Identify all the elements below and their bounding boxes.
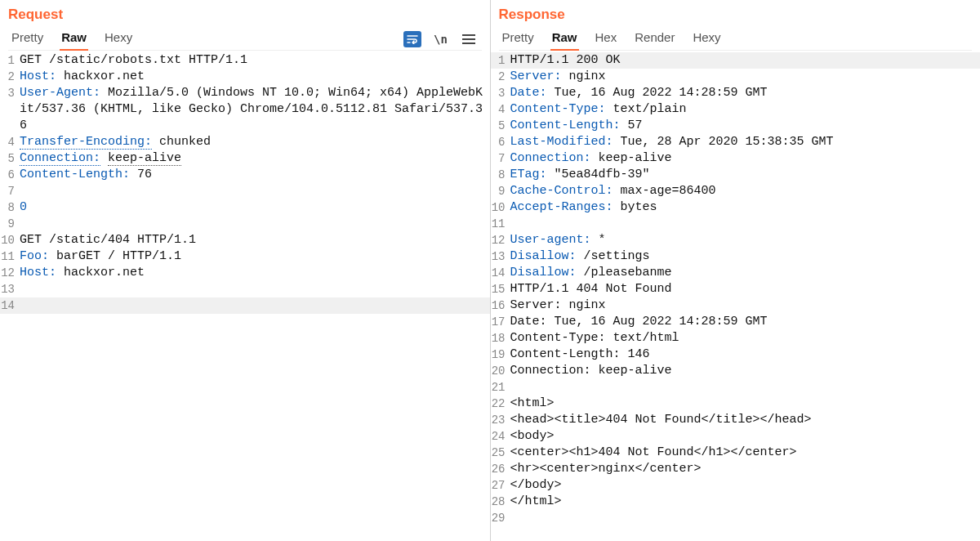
- code-content[interactable]: </body>: [510, 477, 981, 494]
- code-line[interactable]: 9Cache-Control: max-age=86400: [491, 183, 981, 199]
- code-line[interactable]: 25<center><h1>404 Not Found</h1></center…: [491, 445, 981, 461]
- code-line[interactable]: 14Disallow: /pleasebanme: [491, 265, 981, 281]
- code-content[interactable]: Date: Tue, 16 Aug 2022 14:28:59 GMT: [510, 85, 981, 101]
- code-content[interactable]: Host: hackxor.net: [20, 69, 490, 85]
- code-content[interactable]: GET /static/404 HTTP/1.1: [20, 232, 490, 248]
- code-line[interactable]: 6Content-Length: 76: [0, 167, 490, 183]
- code-line[interactable]: 16Server: nginx: [491, 297, 981, 314]
- code-content[interactable]: Connection: keep-alive: [510, 363, 981, 379]
- code-content[interactable]: </html>: [510, 494, 981, 510]
- code-content[interactable]: <hr><center>nginx</center>: [510, 461, 981, 477]
- code-content[interactable]: HTTP/1.1 404 Not Found: [510, 281, 981, 297]
- code-line[interactable]: 4Content-Type: text/plain: [491, 101, 981, 118]
- code-content[interactable]: User-Agent: Mozilla/5.0 (Windows NT 10.0…: [20, 85, 490, 134]
- code-line[interactable]: 10Accept-Ranges: bytes: [491, 199, 981, 216]
- code-line[interactable]: 15HTTP/1.1 404 Not Found: [491, 281, 981, 297]
- code-line[interactable]: 12Host: hackxor.net: [0, 265, 490, 281]
- code-content[interactable]: Disallow: /settings: [510, 248, 981, 265]
- tab-hexy[interactable]: Hexy: [103, 29, 134, 49]
- code-line[interactable]: 2Server: nginx: [491, 69, 981, 85]
- tab-raw[interactable]: Raw: [60, 29, 88, 51]
- code-content[interactable]: ETag: "5ea84dfb-39": [510, 167, 981, 183]
- code-content[interactable]: Content-Type: text/plain: [510, 101, 981, 118]
- code-line[interactable]: 3User-Agent: Mozilla/5.0 (Windows NT 10.…: [0, 85, 490, 134]
- code-line[interactable]: 5Content-Length: 57: [491, 118, 981, 134]
- code-line[interactable]: 12User-agent: *: [491, 232, 981, 248]
- code-line[interactable]: 80: [0, 199, 490, 216]
- code-content[interactable]: Foo: barGET / HTTP/1.1: [20, 248, 490, 265]
- code-content[interactable]: <head><title>404 Not Found</title></head…: [510, 412, 981, 428]
- tab-pretty[interactable]: Pretty: [501, 29, 536, 49]
- code-content[interactable]: User-agent: *: [510, 232, 981, 248]
- code-content[interactable]: Cache-Control: max-age=86400: [510, 183, 981, 199]
- code-content[interactable]: Date: Tue, 16 Aug 2022 14:28:59 GMT: [510, 314, 981, 330]
- code-line[interactable]: 26<hr><center>nginx</center>: [491, 461, 981, 477]
- code-content[interactable]: <body>: [510, 428, 981, 445]
- code-line[interactable]: 13: [0, 281, 490, 297]
- code-line[interactable]: 1GET /static/robots.txt HTTP/1.1: [0, 52, 490, 69]
- code-line[interactable]: 9: [0, 216, 490, 232]
- code-line[interactable]: 23<head><title>404 Not Found</title></he…: [491, 412, 981, 428]
- request-pane: Request Pretty Raw Hexy \n 1GET /static/…: [0, 0, 491, 541]
- code-line[interactable]: 5Connection: keep-alive: [0, 150, 490, 167]
- code-content[interactable]: <center><h1>404 Not Found</h1></center>: [510, 445, 981, 461]
- code-line[interactable]: 14: [0, 297, 490, 314]
- code-content[interactable]: Connection: keep-alive: [20, 150, 490, 167]
- tab-raw[interactable]: Raw: [550, 29, 579, 51]
- code-line[interactable]: 22<html>: [491, 396, 981, 412]
- line-number: 23: [491, 412, 510, 428]
- code-line[interactable]: 8ETag: "5ea84dfb-39": [491, 167, 981, 183]
- tab-render[interactable]: Render: [633, 29, 676, 49]
- code-content[interactable]: Connection: keep-alive: [510, 150, 981, 167]
- code-content[interactable]: Disallow: /pleasebanme: [510, 265, 981, 281]
- code-line[interactable]: 21: [491, 379, 981, 396]
- code-line[interactable]: 7Connection: keep-alive: [491, 150, 981, 167]
- code-line[interactable]: 18Content-Type: text/html: [491, 330, 981, 347]
- hamburger-icon[interactable]: [461, 31, 477, 47]
- code-content[interactable]: <html>: [510, 396, 981, 412]
- code-content[interactable]: 0: [20, 199, 490, 216]
- code-content[interactable]: Content-Length: 146: [510, 347, 981, 363]
- code-line[interactable]: 7: [0, 183, 490, 199]
- code-line[interactable]: 19Content-Length: 146: [491, 347, 981, 363]
- code-content[interactable]: Accept-Ranges: bytes: [510, 199, 981, 216]
- line-number: 4: [491, 101, 510, 118]
- code-line[interactable]: 11Foo: barGET / HTTP/1.1: [0, 248, 490, 265]
- code-line[interactable]: 1HTTP/1.1 200 OK: [491, 52, 981, 69]
- response-editor[interactable]: 1HTTP/1.1 200 OK2Server: nginx3Date: Tue…: [491, 51, 981, 541]
- code-line[interactable]: 6Last-Modified: Tue, 28 Apr 2020 15:38:3…: [491, 134, 981, 150]
- response-title: Response: [499, 3, 973, 28]
- line-number: 2: [491, 69, 510, 85]
- newline-icon[interactable]: \n: [433, 31, 449, 47]
- code-content[interactable]: Content-Length: 76: [20, 167, 490, 183]
- code-line[interactable]: 28</html>: [491, 494, 981, 510]
- tab-hexy[interactable]: Hexy: [691, 29, 722, 49]
- code-line[interactable]: 24<body>: [491, 428, 981, 445]
- code-content[interactable]: Content-Type: text/html: [510, 330, 981, 347]
- code-content[interactable]: Server: nginx: [510, 69, 981, 85]
- request-editor[interactable]: 1GET /static/robots.txt HTTP/1.12Host: h…: [0, 51, 490, 541]
- code-content[interactable]: HTTP/1.1 200 OK: [510, 52, 981, 69]
- code-line[interactable]: 13Disallow: /settings: [491, 248, 981, 265]
- line-number: 14: [491, 265, 510, 281]
- code-line[interactable]: 11: [491, 216, 981, 232]
- code-content[interactable]: Last-Modified: Tue, 28 Apr 2020 15:38:35…: [510, 134, 981, 150]
- code-line[interactable]: 20Connection: keep-alive: [491, 363, 981, 379]
- code-line[interactable]: 10GET /static/404 HTTP/1.1: [0, 232, 490, 248]
- code-line[interactable]: 4Transfer-Encoding: chunked: [0, 134, 490, 150]
- line-number: 17: [491, 314, 510, 330]
- wordwrap-icon[interactable]: [403, 31, 421, 47]
- code-line[interactable]: 29: [491, 510, 981, 526]
- code-content[interactable]: Content-Length: 57: [510, 118, 981, 134]
- line-number: 1: [491, 52, 510, 69]
- code-line[interactable]: 27</body>: [491, 477, 981, 494]
- tab-hex[interactable]: Hex: [594, 29, 619, 49]
- code-line[interactable]: 3Date: Tue, 16 Aug 2022 14:28:59 GMT: [491, 85, 981, 101]
- code-line[interactable]: 2Host: hackxor.net: [0, 69, 490, 85]
- code-line[interactable]: 17Date: Tue, 16 Aug 2022 14:28:59 GMT: [491, 314, 981, 330]
- code-content[interactable]: GET /static/robots.txt HTTP/1.1: [20, 52, 490, 69]
- code-content[interactable]: Transfer-Encoding: chunked: [20, 134, 490, 150]
- tab-pretty[interactable]: Pretty: [10, 29, 45, 49]
- code-content[interactable]: Host: hackxor.net: [20, 265, 490, 281]
- code-content[interactable]: Server: nginx: [510, 297, 981, 314]
